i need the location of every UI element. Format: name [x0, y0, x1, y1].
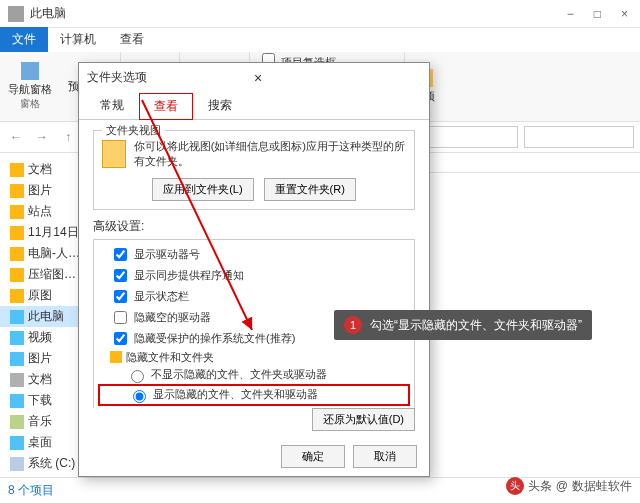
advanced-label: 高级设置: — [93, 218, 415, 235]
option-label: 隐藏文件和文件夹 — [126, 350, 214, 365]
option-label: 不显示隐藏的文件、文件夹或驱动器 — [151, 367, 327, 382]
tree-item-label: 下载 — [28, 392, 52, 409]
folder-icon — [10, 205, 24, 219]
tree-item-label: 图片 — [28, 350, 52, 367]
window-title: 此电脑 — [30, 5, 563, 22]
tree-item-label: 系统 (C:) — [28, 455, 75, 472]
nav-pane-button[interactable]: 导航窗格 — [8, 62, 52, 97]
nav-back-button[interactable]: ← — [6, 130, 26, 144]
advanced-option-row[interactable]: 显示同步提供程序通知 — [98, 265, 410, 286]
advanced-option-row[interactable]: 隐藏文件和文件夹 — [98, 349, 410, 366]
nav-pane-label: 导航窗格 — [8, 83, 52, 95]
folder-icon — [10, 226, 24, 240]
restore-defaults-button[interactable]: 还原为默认值(D) — [312, 408, 415, 431]
watermark-brand: 头条 — [528, 478, 552, 495]
folder-view-desc: 你可以将此视图(如详细信息或图标)应用于这种类型的所有文件夹。 — [134, 139, 406, 170]
option-label: 隐藏受保护的操作系统文件(推荐) — [134, 331, 295, 346]
checkbox-input[interactable] — [114, 311, 127, 324]
search-box[interactable] — [524, 126, 634, 148]
checkbox-input[interactable] — [114, 332, 127, 345]
tree-item-label: 11月14日 — [28, 224, 79, 241]
dialog-close-button[interactable]: × — [250, 70, 421, 86]
tab-view-dialog[interactable]: 查看 — [139, 93, 193, 120]
folder-icon — [10, 310, 24, 324]
option-label: 隐藏空的驱动器 — [134, 310, 211, 325]
folder-icon — [10, 289, 24, 303]
tree-item-label: 此电脑 — [28, 308, 64, 325]
folder-icon — [10, 415, 24, 429]
folder-icon — [10, 394, 24, 408]
close-button[interactable]: × — [617, 5, 632, 23]
advanced-option-row[interactable]: 显示隐藏的文件、文件夹和驱动器 — [98, 384, 410, 406]
folder-icon — [10, 163, 24, 177]
folder-icon — [10, 352, 24, 366]
tree-item-label: 电脑-人… — [28, 245, 80, 262]
checkbox-input[interactable] — [114, 269, 127, 282]
checkbox-input[interactable] — [114, 290, 127, 303]
nav-up-button[interactable]: ↑ — [58, 130, 78, 144]
watermark-name: 数据蛙软件 — [572, 478, 632, 495]
option-label: 显示驱动器号 — [134, 247, 200, 262]
tree-item-label: 压缩图… — [28, 266, 76, 283]
tab-general[interactable]: 常规 — [85, 92, 139, 119]
folder-icon — [110, 351, 122, 363]
dialog-title: 文件夹选项 — [87, 69, 250, 86]
annotation-text: 勾选“显示隐藏的文件、文件夹和驱动器” — [370, 317, 582, 334]
tree-item-label: 桌面 — [28, 434, 52, 451]
advanced-option-row[interactable]: 不显示隐藏的文件、文件夹或驱动器 — [98, 366, 410, 384]
option-label: 显示隐藏的文件、文件夹和驱动器 — [153, 387, 318, 402]
tree-item-label: 站点 — [28, 203, 52, 220]
cancel-button[interactable]: 取消 — [353, 445, 417, 468]
item-count: 8 个项目 — [8, 483, 54, 497]
tree-item-label: 文档 — [28, 161, 52, 178]
tab-search[interactable]: 搜索 — [193, 92, 247, 119]
apply-to-folders-button[interactable]: 应用到文件夹(L) — [152, 178, 253, 201]
folder-options-dialog: 文件夹选项 × 常规 查看 搜索 文件夹视图 你可以将此视图(如详细信息或图标)… — [78, 62, 430, 477]
tree-item-label: 音乐 — [28, 413, 52, 430]
radio-input[interactable] — [131, 370, 144, 383]
ok-button[interactable]: 确定 — [281, 445, 345, 468]
tab-file[interactable]: 文件 — [0, 27, 48, 52]
folder-icon — [10, 184, 24, 198]
radio-input[interactable] — [133, 390, 146, 403]
folder-view-icon — [102, 140, 126, 168]
maximize-button[interactable]: □ — [590, 5, 605, 23]
folder-icon — [10, 247, 24, 261]
advanced-option-row[interactable]: 显示驱动器号 — [98, 244, 410, 265]
folder-icon — [10, 331, 24, 345]
advanced-option-row[interactable]: 显示状态栏 — [98, 286, 410, 307]
annotation-callout: 1 勾选“显示隐藏的文件、文件夹和驱动器” — [334, 310, 592, 340]
folder-icon — [10, 373, 24, 387]
app-icon — [8, 6, 24, 22]
option-label: 显示状态栏 — [134, 289, 189, 304]
tree-item-label: 图片 — [28, 182, 52, 199]
checkbox-input[interactable] — [114, 248, 127, 261]
watermark-logo-icon: 头 — [506, 477, 524, 495]
folder-view-legend: 文件夹视图 — [102, 123, 165, 138]
folder-icon — [10, 457, 24, 471]
tab-computer[interactable]: 计算机 — [48, 27, 108, 52]
tree-item-label: 文档 — [28, 371, 52, 388]
folder-icon — [10, 436, 24, 450]
nav-forward-button[interactable]: → — [32, 130, 52, 144]
annotation-number: 1 — [344, 316, 362, 334]
option-label: 显示同步提供程序通知 — [134, 268, 244, 283]
reset-folders-button[interactable]: 重置文件夹(R) — [264, 178, 356, 201]
minimize-button[interactable]: − — [563, 5, 578, 23]
tab-view[interactable]: 查看 — [108, 27, 156, 52]
watermark: 头 头条 @ 数据蛙软件 — [506, 477, 632, 495]
tree-item-label: 原图 — [28, 287, 52, 304]
tree-item-label: 视频 — [28, 329, 52, 346]
panes-group-label: 窗格 — [8, 97, 52, 111]
folder-icon — [10, 268, 24, 282]
